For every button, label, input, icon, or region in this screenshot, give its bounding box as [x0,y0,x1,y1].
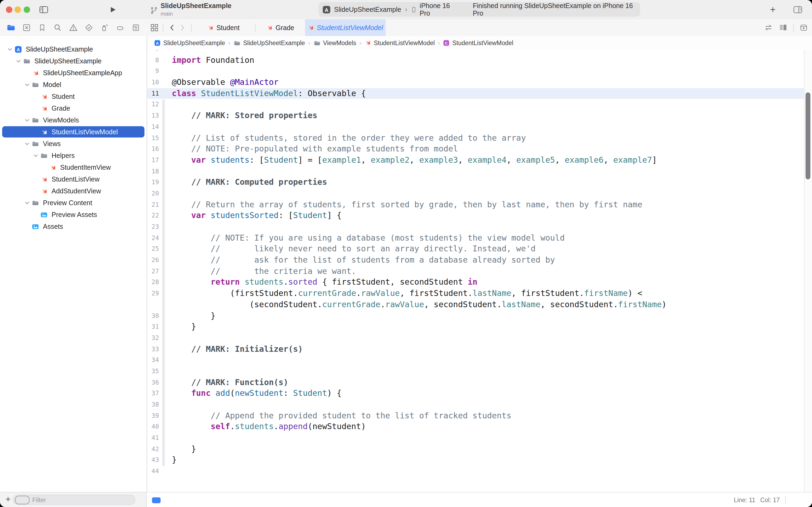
filter-input[interactable] [30,497,130,503]
line-number[interactable]: 9 [147,66,165,77]
disclosure-chevron-icon[interactable] [22,199,31,207]
sidebar-item-Helpers[interactable]: Helpers [0,150,147,162]
editor-scrollbar-thumb[interactable] [806,92,810,179]
debug-icon[interactable] [99,22,110,33]
inspector-toggle-icon[interactable] [793,5,802,14]
code-review-icon[interactable] [764,24,773,32]
code-line-7: 7 [147,50,805,55]
code-line-31: 31 } [147,321,805,332]
editor-scrollbar-track[interactable] [804,50,812,492]
sidebar-item-Preview-Content[interactable]: Preview Content [0,197,147,209]
sidebar-item-Grade[interactable]: Grade [0,103,147,114]
navigator-icon-strip [2,19,144,36]
line-number[interactable]: 44 [147,466,165,477]
sidebar-item-AddStudentView[interactable]: AddStudentView [0,185,147,197]
chevron-right-icon: › [405,5,407,13]
back-chevron-icon[interactable] [169,24,176,31]
editor-mode-indicator[interactable] [152,497,161,503]
sidebar-item-Preview-Assets[interactable]: Preview Assets [0,209,147,221]
code-text: } [165,455,177,466]
breakpoints-icon[interactable] [115,22,126,33]
toolbar-second-row: StudentGradeStudentListViewModel [0,19,812,37]
minimize-window-button[interactable] [14,6,21,13]
disclosure-chevron-icon[interactable] [31,152,40,160]
add-editor-icon[interactable] [800,24,808,32]
code-text [165,221,172,232]
tab-StudentListViewModel[interactable]: StudentListViewModel [305,19,386,36]
tab-Student[interactable]: Student [192,19,255,36]
tab-bar: StudentGradeStudentListViewModel [147,19,812,36]
run-destination[interactable]: iPhone 16 Pro [420,2,461,17]
code-text: // the criteria we want. [165,266,356,277]
line-number[interactable]: 8 [147,55,165,65]
run-button[interactable] [108,5,118,14]
code-text: (secondStudent.currentGrade.rawValue, se… [165,299,666,310]
breadcrumb-item[interactable]: SlideUpSheetExample [234,40,305,47]
window-title-block: SlideUpSheetExample main [150,2,231,18]
disclosure-chevron-icon[interactable] [22,139,31,148]
sidebar-item-StudentListViewModel[interactable]: StudentListViewModel [0,126,147,138]
sidebar-item-Assets[interactable]: Assets [0,221,147,233]
code-line-16: 16 // NOTE: Pre-populated with example s… [147,144,805,154]
filter-options-icon[interactable] [15,496,30,504]
breadcrumb-item[interactable]: CStudentListViewModel [443,40,513,46]
sidebar-item-SlideUpSheetExampleApp[interactable]: SlideUpSheetExampleApp [0,67,147,79]
line-number[interactable]: 11 [147,88,165,99]
add-file-button[interactable]: + [4,494,12,505]
sidebar-item-SlideUpSheetExample[interactable]: ASlideUpSheetExample [0,44,147,55]
code-line-18: 18 [147,166,805,177]
breadcrumb-item[interactable]: ASlideUpSheetExample [154,40,225,46]
disclosure-chevron-icon[interactable] [22,80,31,89]
folder-icon [31,116,40,125]
tests-icon[interactable] [83,22,94,33]
sidebar-item-Views[interactable]: Views [0,138,147,150]
sidebar-toggle-icon[interactable] [39,5,48,14]
code-text: // MARK: Computed properties [165,177,327,188]
project-navigator-icon[interactable] [5,22,16,33]
sidebar-item-label: Views [43,140,61,148]
sidebar-item-SlideUpSheetExample[interactable]: SlideUpSheetExample [0,55,147,67]
disclosure-chevron-icon[interactable] [22,116,31,125]
issues-icon[interactable] [68,22,79,33]
related-items-icon[interactable] [151,23,159,32]
project-navigator: ASlideUpSheetExampleSlideUpSheetExampleS… [0,36,147,492]
swift-icon [40,104,48,113]
breadcrumb-item[interactable]: ViewModels [313,40,356,47]
chevron-right-icon: › [228,40,230,46]
sidebar-item-StudentItemView[interactable]: StudentItemView [0,162,147,173]
source-editor[interactable]: 78import Foundation910@Observable @MainA… [147,50,812,492]
activity-status[interactable]: Finished running SlideUpSheetExample on … [473,2,640,17]
divider [163,23,163,32]
sidebar-item-Student[interactable]: Student [0,91,147,103]
editor-options-icon[interactable] [779,24,787,32]
code-lines: 78import Foundation910@Observable @MainA… [147,50,805,477]
code-line-14: 14 [147,121,805,132]
code-fold-ribbon[interactable] [162,99,165,466]
scheme-name[interactable]: SlideUpSheetExample [334,6,401,13]
forward-chevron-icon[interactable] [179,24,186,31]
sidebar-item-StudentListView[interactable]: StudentListView [0,173,147,185]
code-text: } [165,444,196,455]
bookmarks-icon[interactable] [37,22,48,33]
close-window-button[interactable] [6,6,12,13]
sidebar-item-Model[interactable]: Model [0,79,147,91]
new-tab-button[interactable]: + [767,4,778,15]
sidebar-item-ViewModels[interactable]: ViewModels [0,114,147,126]
line-number[interactable]: 10 [147,77,165,88]
code-line-36: 36 // MARK: Function(s) [147,377,805,388]
find-icon[interactable] [52,22,63,33]
code-line-37: 37 func add(newStudent: Student) { [147,388,805,399]
disclosure-chevron-icon[interactable] [5,45,14,54]
filter-field[interactable] [13,495,135,505]
line-number[interactable]: 7 [147,50,165,55]
zoom-window-button[interactable] [23,6,30,13]
code-text: // ask for the list of students from a d… [165,255,555,266]
reports-icon[interactable] [130,22,141,33]
swift-icon [40,187,48,195]
source-control-icon[interactable] [21,22,32,33]
scheme-destination-capsule[interactable]: A SlideUpSheetExample › iPhone 16 Pro Fi… [318,2,640,17]
breadcrumb-item[interactable]: StudentListViewModel [365,40,435,46]
code-line-13: 13 // MARK: Stored properties [147,110,805,121]
disclosure-chevron-icon[interactable] [14,57,22,65]
tab-Grade[interactable]: Grade [255,19,305,36]
